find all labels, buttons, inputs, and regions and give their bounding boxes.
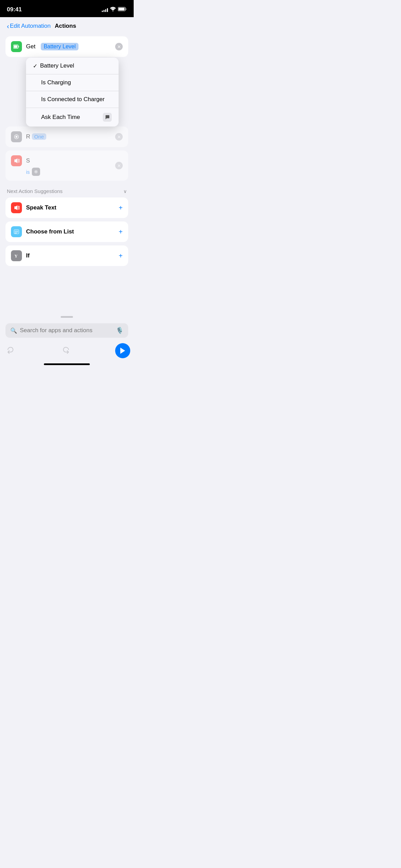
svg-rect-4 xyxy=(14,46,17,48)
back-chevron-icon: ‹ xyxy=(7,23,9,29)
dropdown-item-connected-charger[interactable]: Is Connected to Charger xyxy=(26,91,119,108)
dropdown-label-connected: Is Connected to Charger xyxy=(41,96,112,103)
speech-bubble-icon xyxy=(103,113,112,122)
run-button[interactable] xyxy=(115,343,130,358)
s-text: S xyxy=(26,157,30,164)
add-choose-list-button[interactable]: + xyxy=(119,228,123,236)
dropdown-item-ask-each-time[interactable]: Ask Each Time xyxy=(26,108,119,126)
speak-suggestion-icon xyxy=(11,202,22,213)
svg-point-6 xyxy=(15,136,17,138)
if-label: If xyxy=(26,252,29,259)
battery-level-tag[interactable]: Battery Level xyxy=(41,43,78,50)
search-area: 🔍 🎙️ xyxy=(0,323,134,338)
svg-point-9 xyxy=(35,171,37,172)
if-suggestion-icon: Y xyxy=(11,250,22,261)
home-bar xyxy=(44,363,90,365)
home-indicator xyxy=(0,358,134,370)
redo-button[interactable] xyxy=(59,344,73,358)
dropdown-label-charging: Is Charging xyxy=(41,79,112,86)
mic-icon[interactable]: 🎙️ xyxy=(116,327,123,334)
svg-point-0 xyxy=(112,11,113,12)
choose-from-list-label: Choose from List xyxy=(26,228,74,235)
speak-content: S is xyxy=(11,155,40,176)
search-input[interactable] xyxy=(20,327,113,334)
add-if-button[interactable]: + xyxy=(119,252,123,260)
action-card-battery: Get Battery Level ✕ xyxy=(5,36,128,57)
action-card-speak: S is ✕ xyxy=(5,150,128,181)
is-label: is xyxy=(26,169,30,175)
suggestion-if[interactable]: Y If + xyxy=(5,245,128,266)
svg-marker-10 xyxy=(14,205,17,210)
dropdown-menu: ✓ Battery Level Is Charging Is Connected… xyxy=(26,58,119,126)
list-suggestion-icon xyxy=(11,226,22,237)
dropdown-label-battery: Battery Level xyxy=(40,62,112,69)
svg-text:Y: Y xyxy=(14,253,18,258)
drag-handle xyxy=(61,316,73,318)
suggestion-if-left: Y If xyxy=(11,250,29,261)
battery-status-icon xyxy=(118,7,127,12)
search-icon: 🔍 xyxy=(10,327,17,334)
action-left-round: R One xyxy=(11,131,46,142)
action-card-round: R One ✕ xyxy=(5,126,128,147)
svg-marker-7 xyxy=(14,158,17,163)
one-tag: One xyxy=(32,133,46,140)
suggestion-speak-text[interactable]: Speak Text + xyxy=(5,197,128,218)
dropdown-label-ask: Ask Each Time xyxy=(41,114,103,121)
close-card3-button[interactable]: ✕ xyxy=(115,162,123,169)
undo-button[interactable] xyxy=(3,344,17,358)
bottom-sheet: 🔍 🎙️ xyxy=(0,313,134,370)
signal-icon xyxy=(102,7,108,12)
round-text-content: R One xyxy=(26,133,46,140)
status-bar: 09:41 xyxy=(0,0,134,17)
dropdown-item-is-charging[interactable]: Is Charging xyxy=(26,74,119,91)
suggestion-speak-left: Speak Text xyxy=(11,202,57,213)
chevron-down-icon[interactable]: ∨ xyxy=(123,189,127,194)
bottom-toolbar xyxy=(0,343,134,358)
get-label: Get xyxy=(26,43,35,50)
small-icon xyxy=(32,168,40,176)
check-icon: ✓ xyxy=(33,63,37,69)
close-card1-button[interactable]: ✕ xyxy=(115,43,123,50)
page-title: Actions xyxy=(55,23,76,29)
suggestion-choose-list[interactable]: Choose from List + xyxy=(5,221,128,242)
status-time: 09:41 xyxy=(7,6,22,13)
status-icons xyxy=(102,7,127,12)
back-button[interactable]: ‹ Edit Automation xyxy=(7,23,51,29)
r-prefix: R xyxy=(26,133,30,140)
action-card-left: Get Battery Level xyxy=(11,41,78,52)
nav-header: ‹ Edit Automation Actions xyxy=(0,17,134,34)
wifi-icon xyxy=(110,7,116,12)
close-card2-button[interactable]: ✕ xyxy=(115,133,123,141)
add-speak-text-button[interactable]: + xyxy=(119,204,123,212)
back-label: Edit Automation xyxy=(10,23,51,29)
suggestions-title: Next Action Suggestions xyxy=(7,188,63,194)
speak-action-icon xyxy=(11,155,22,166)
suggestion-list-left: Choose from List xyxy=(11,226,74,237)
is-row: is xyxy=(26,168,40,176)
search-bar[interactable]: 🔍 🎙️ xyxy=(5,323,128,338)
svg-rect-2 xyxy=(119,8,125,11)
dropdown-item-battery-level[interactable]: ✓ Battery Level xyxy=(26,58,119,74)
battery-action-icon xyxy=(11,41,22,52)
round-action-icon xyxy=(11,131,22,142)
main-content: Get Battery Level ✕ ✓ Battery Level Is C… xyxy=(0,34,134,272)
svg-marker-16 xyxy=(120,348,125,354)
speak-text-label: Speak Text xyxy=(26,204,57,211)
suggestions-header: Next Action Suggestions ∨ xyxy=(5,184,128,197)
